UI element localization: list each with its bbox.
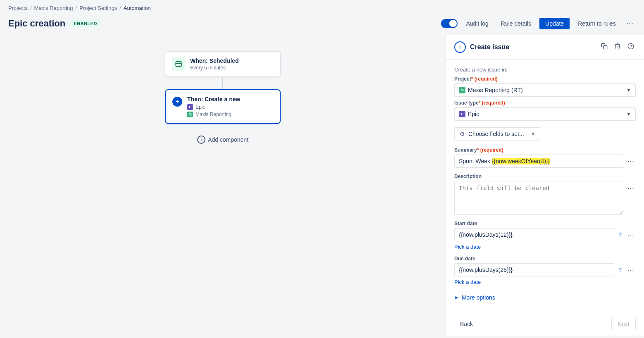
action-title: Then: Create a new bbox=[187, 96, 273, 102]
epic-select-icon: E bbox=[459, 111, 465, 117]
project-value: Maxis Reporting (RT) bbox=[468, 87, 523, 93]
page-title: Epic creation bbox=[8, 18, 65, 29]
due-date-label: Due date bbox=[454, 256, 636, 262]
action-node[interactable]: + Then: Create a new E Epic M Maxis Repo… bbox=[165, 89, 281, 124]
summary-required: * (required) bbox=[477, 147, 503, 153]
svg-rect-4 bbox=[603, 45, 607, 49]
add-component-label: Add component bbox=[208, 136, 248, 143]
main-layout: When: Scheduled Every 5 minutes + Then: … bbox=[0, 35, 644, 336]
epic-icon: E bbox=[187, 104, 193, 110]
choose-fields-button[interactable]: ⚙ Choose fields to set... ▼ bbox=[454, 127, 541, 140]
trigger-content: When: Scheduled Every 5 minutes bbox=[190, 57, 274, 71]
next-button: Next bbox=[611, 318, 636, 330]
description-textarea[interactable] bbox=[454, 181, 623, 215]
svg-rect-0 bbox=[176, 62, 181, 67]
description-label: Description bbox=[454, 174, 636, 179]
delete-button[interactable] bbox=[613, 41, 623, 53]
breadcrumb-sep-2: / bbox=[76, 5, 77, 11]
description-field-row: Description ⋯ bbox=[454, 174, 636, 215]
issue-type-select-text: E Epic bbox=[459, 111, 626, 117]
summary-field-row: Summary* (required) Sprint Week {{now.we… bbox=[454, 147, 636, 168]
breadcrumb-automation[interactable]: Automation bbox=[124, 5, 151, 11]
create-issue-icon: + bbox=[454, 41, 466, 53]
connector-line bbox=[222, 77, 223, 89]
action-add-icon: + bbox=[172, 97, 182, 107]
breadcrumb-maxis[interactable]: Maxis Reporting bbox=[34, 5, 73, 11]
copy-button[interactable] bbox=[599, 41, 609, 53]
project-required: * (required) bbox=[471, 76, 498, 82]
more-options-label: More options bbox=[462, 294, 495, 301]
summary-highlight: {{now.weekOfYear(4)}} bbox=[492, 158, 550, 164]
due-date-help-button[interactable]: ? bbox=[617, 265, 623, 275]
pick-a-date-due[interactable]: Pick a date bbox=[454, 279, 481, 285]
project-select[interactable]: M Maxis Reporting (RT) ▼ bbox=[454, 83, 636, 97]
page-header: Epic creation ENABLED Audit log Rule det… bbox=[0, 14, 644, 35]
summary-more-button[interactable]: ⋯ bbox=[626, 156, 636, 167]
summary-input-wrap: Sprint Week {{now.weekOfYear(4)}} ⋯ bbox=[454, 155, 636, 168]
right-panel: + Create issue Create a new issue in: bbox=[446, 35, 644, 336]
add-component-button[interactable]: + Add component bbox=[191, 132, 254, 147]
enable-toggle[interactable] bbox=[441, 19, 458, 28]
panel-footer: Back Next bbox=[446, 311, 644, 336]
summary-input[interactable]: Sprint Week {{now.weekOfYear(4)}} bbox=[454, 155, 624, 168]
back-button[interactable]: Back bbox=[454, 318, 479, 330]
panel-header-actions bbox=[599, 41, 636, 53]
add-component-icon: + bbox=[197, 136, 205, 144]
issue-type-field-row: Issue type* (required) E Epic ▼ bbox=[454, 100, 636, 121]
pick-a-date-start[interactable]: Pick a date bbox=[454, 244, 481, 250]
trigger-subtitle: Every 5 minutes bbox=[190, 65, 274, 71]
action-type: Epic bbox=[196, 104, 205, 110]
issue-type-select[interactable]: E Epic ▼ bbox=[454, 107, 636, 121]
breadcrumb-projects[interactable]: Projects bbox=[8, 5, 28, 11]
toggle-switch[interactable] bbox=[441, 19, 458, 28]
update-button[interactable]: Update bbox=[539, 18, 570, 29]
panel-header: + Create issue bbox=[446, 35, 644, 60]
issue-type-required: * (required) bbox=[479, 100, 505, 106]
project-icon: M bbox=[187, 112, 193, 117]
panel-body: Create a new issue in: Project* (require… bbox=[446, 60, 644, 311]
audit-log-button[interactable]: Audit log bbox=[462, 18, 492, 29]
due-date-input[interactable]: {{now.plusDays(25)}} bbox=[454, 263, 614, 276]
breadcrumb-sep-3: / bbox=[119, 5, 121, 11]
start-date-more-button[interactable]: ⋯ bbox=[626, 229, 636, 240]
due-date-more-button[interactable]: ⋯ bbox=[626, 264, 636, 276]
rule-details-button[interactable]: Rule details bbox=[497, 18, 535, 29]
return-to-rules-button[interactable]: Return to rules bbox=[574, 18, 620, 29]
start-date-input-wrap: {{now.plusDays(12)}} ? ⋯ bbox=[454, 228, 636, 241]
panel-title: Create issue bbox=[470, 43, 595, 51]
trigger-icon bbox=[172, 57, 185, 71]
action-subtitle: E Epic bbox=[187, 104, 273, 110]
project-select-text: M Maxis Reporting (RT) bbox=[459, 87, 626, 93]
action-project-name: Maxis Reporting bbox=[196, 112, 231, 117]
project-select-icon: M bbox=[459, 87, 465, 93]
issue-type-value: Epic bbox=[468, 111, 479, 117]
due-date-field-row: Due date {{now.plusDays(25)}} ? ⋯ Pick a… bbox=[454, 256, 636, 285]
issue-type-label: Issue type* (required) bbox=[454, 100, 636, 106]
description-input-wrap: ⋯ bbox=[454, 181, 636, 215]
breadcrumb-settings[interactable]: Project Settings bbox=[79, 5, 117, 11]
summary-before-highlight: Sprint Week bbox=[459, 158, 492, 164]
action-project: M Maxis Reporting bbox=[187, 112, 273, 117]
help-button[interactable] bbox=[626, 41, 636, 53]
start-date-help-button[interactable]: ? bbox=[617, 230, 623, 240]
start-date-input[interactable]: {{now.plusDays(12)}} bbox=[454, 228, 614, 241]
description-more-button[interactable]: ⋯ bbox=[626, 183, 636, 194]
project-chevron-icon: ▼ bbox=[626, 87, 631, 93]
more-options-chevron-icon: ► bbox=[454, 295, 459, 300]
more-options-toggle[interactable]: ► More options bbox=[454, 291, 636, 304]
choose-fields-chevron-icon: ▼ bbox=[531, 131, 536, 137]
action-content: Then: Create a new E Epic M Maxis Report… bbox=[187, 96, 273, 117]
trigger-node[interactable]: When: Scheduled Every 5 minutes bbox=[165, 51, 281, 77]
enabled-badge: ENABLED bbox=[70, 20, 100, 27]
trigger-title: When: Scheduled bbox=[190, 57, 274, 64]
choose-fields-label: Choose fields to set... bbox=[468, 131, 524, 137]
project-label: Project* (required) bbox=[454, 76, 636, 82]
summary-label: Summary* (required) bbox=[454, 147, 636, 153]
project-field-row: Project* (required) M Maxis Reporting (R… bbox=[454, 76, 636, 97]
breadcrumb: Projects / Maxis Reporting / Project Set… bbox=[0, 0, 644, 14]
due-date-input-wrap: {{now.plusDays(25)}} ? ⋯ bbox=[454, 263, 636, 276]
start-date-label: Start date bbox=[454, 221, 636, 226]
gear-icon: ⚙ bbox=[460, 131, 465, 137]
start-date-field-row: Start date {{now.plusDays(12)}} ? ⋯ Pick… bbox=[454, 221, 636, 250]
more-actions-button[interactable]: ⋯ bbox=[624, 17, 636, 30]
